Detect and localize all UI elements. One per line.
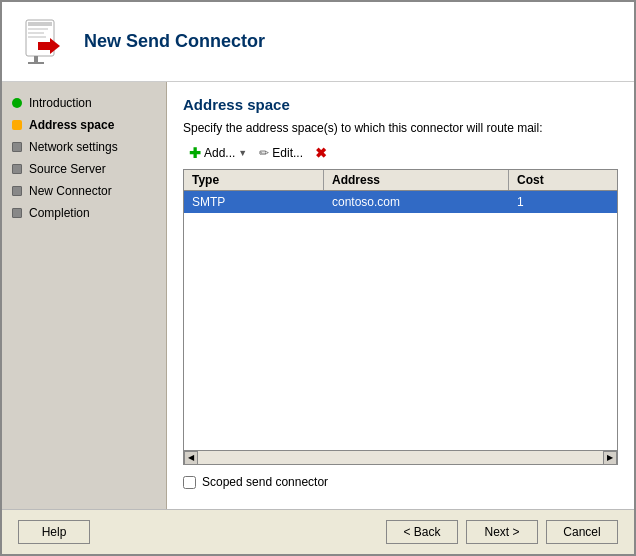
bullet-new-connector [10, 184, 24, 198]
bullet-address-space [10, 118, 24, 132]
sidebar-item-source-server[interactable]: Source Server [2, 158, 166, 180]
body: Introduction Address space Network setti… [2, 82, 634, 509]
table-scrollbar: ◀ ▶ [184, 450, 617, 464]
sidebar-item-new-connector[interactable]: New Connector [2, 180, 166, 202]
table-header: Type Address Cost [184, 170, 617, 191]
header: New Send Connector [2, 2, 634, 82]
col-address: Address [324, 170, 509, 190]
bullet-network-settings [10, 140, 24, 154]
bullet-introduction [10, 96, 24, 110]
dialog-title: New Send Connector [84, 31, 265, 52]
bullet-source-server [10, 162, 24, 176]
address-table: Type Address Cost SMTP contoso.com 1 ◀ ▶ [183, 169, 618, 465]
sidebar-label-introduction: Introduction [29, 96, 92, 110]
back-button[interactable]: < Back [386, 520, 458, 544]
gray-bullet-network [12, 142, 22, 152]
content-description: Specify the address space(s) to which th… [183, 121, 618, 135]
cell-cost: 1 [509, 191, 589, 213]
next-button[interactable]: Next > [466, 520, 538, 544]
svg-rect-8 [28, 62, 44, 64]
bullet-completion [10, 206, 24, 220]
green-bullet [12, 98, 22, 108]
sidebar-item-introduction[interactable]: Introduction [2, 92, 166, 114]
delete-button[interactable]: ✖ [309, 143, 333, 163]
content-title: Address space [183, 96, 618, 113]
orange-bullet [12, 120, 22, 130]
scroll-left-button[interactable]: ◀ [184, 451, 198, 465]
sidebar: Introduction Address space Network setti… [2, 82, 167, 509]
svg-rect-7 [34, 56, 38, 62]
scoped-connector-label: Scoped send connector [202, 475, 328, 489]
sidebar-label-network-settings: Network settings [29, 140, 118, 154]
sidebar-label-completion: Completion [29, 206, 90, 220]
cell-address: contoso.com [324, 191, 509, 213]
svg-rect-2 [28, 28, 48, 30]
scroll-right-button[interactable]: ▶ [603, 451, 617, 465]
svg-rect-1 [28, 22, 52, 26]
help-button[interactable]: Help [18, 520, 90, 544]
dialog: New Send Connector Introduction Address … [0, 0, 636, 556]
gray-bullet-new [12, 186, 22, 196]
sidebar-item-network-settings[interactable]: Network settings [2, 136, 166, 158]
gray-bullet-source [12, 164, 22, 174]
col-cost: Cost [509, 170, 589, 190]
toolbar: ✚ Add... ▼ ✏ Edit... ✖ [183, 143, 618, 163]
content-area: Address space Specify the address space(… [167, 82, 634, 509]
delete-icon: ✖ [315, 145, 327, 161]
table-row[interactable]: SMTP contoso.com 1 [184, 191, 617, 213]
add-label: Add... [204, 146, 235, 160]
add-dropdown-arrow: ▼ [238, 148, 247, 158]
cancel-button[interactable]: Cancel [546, 520, 618, 544]
sidebar-item-completion[interactable]: Completion [2, 202, 166, 224]
edit-icon: ✏ [259, 146, 269, 160]
edit-button[interactable]: ✏ Edit... [253, 144, 309, 162]
cell-type: SMTP [184, 191, 324, 213]
sidebar-label-new-connector: New Connector [29, 184, 112, 198]
scroll-track [198, 451, 603, 465]
svg-rect-3 [28, 32, 44, 34]
col-type: Type [184, 170, 324, 190]
svg-rect-4 [28, 36, 46, 38]
add-icon: ✚ [189, 145, 201, 161]
scoped-connector-row: Scoped send connector [183, 465, 618, 495]
footer-right: < Back Next > Cancel [386, 520, 618, 544]
add-button[interactable]: ✚ Add... ▼ [183, 143, 253, 163]
send-connector-icon [18, 16, 70, 68]
svg-rect-6 [38, 42, 50, 50]
table-body: SMTP contoso.com 1 [184, 191, 617, 450]
footer: Help < Back Next > Cancel [2, 509, 634, 554]
gray-bullet-completion [12, 208, 22, 218]
scoped-connector-checkbox[interactable] [183, 476, 196, 489]
sidebar-label-address-space: Address space [29, 118, 114, 132]
svg-marker-5 [50, 38, 60, 54]
sidebar-label-source-server: Source Server [29, 162, 106, 176]
sidebar-item-address-space[interactable]: Address space [2, 114, 166, 136]
edit-label: Edit... [272, 146, 303, 160]
